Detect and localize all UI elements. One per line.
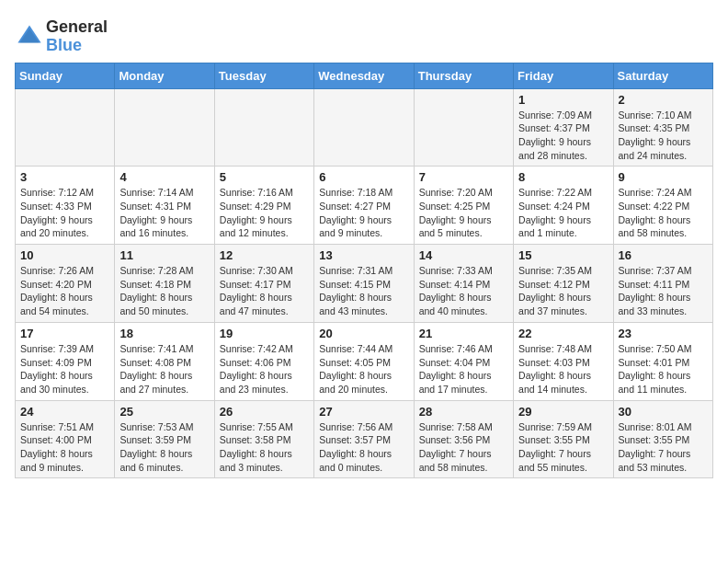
calendar-cell [214, 88, 313, 167]
day-number: 4 [119, 170, 209, 184]
day-number: 22 [518, 327, 608, 340]
day-info: Sunrise: 7:59 AM Sunset: 3:55 PM Dayligh… [518, 420, 608, 475]
day-number: 14 [419, 248, 508, 262]
calendar-cell: 1Sunrise: 7:09 AM Sunset: 4:37 PM Daylig… [514, 88, 613, 167]
day-number: 16 [619, 248, 708, 262]
calendar-cell: 4Sunrise: 7:14 AM Sunset: 4:31 PM Daylig… [115, 167, 214, 245]
day-number: 7 [419, 170, 508, 184]
day-number: 21 [419, 327, 508, 340]
day-info: Sunrise: 7:55 AM Sunset: 3:58 PM Dayligh… [220, 420, 309, 475]
day-info: Sunrise: 7:48 AM Sunset: 4:03 PM Dayligh… [518, 342, 608, 396]
col-header-saturday: Saturday [613, 63, 712, 88]
day-info: Sunrise: 7:50 AM Sunset: 4:01 PM Dayligh… [619, 342, 708, 396]
calendar-cell: 2Sunrise: 7:10 AM Sunset: 4:35 PM Daylig… [613, 88, 712, 167]
day-info: Sunrise: 7:28 AM Sunset: 4:18 PM Dayligh… [119, 264, 209, 318]
calendar-cell: 21Sunrise: 7:46 AM Sunset: 4:04 PM Dayli… [414, 322, 513, 400]
day-number: 28 [419, 405, 508, 419]
day-info: Sunrise: 7:46 AM Sunset: 4:04 PM Dayligh… [419, 342, 508, 396]
calendar-cell: 29Sunrise: 7:59 AM Sunset: 3:55 PM Dayli… [514, 400, 613, 478]
day-info: Sunrise: 7:58 AM Sunset: 3:56 PM Dayligh… [419, 420, 508, 475]
day-number: 6 [319, 170, 408, 184]
day-info: Sunrise: 7:56 AM Sunset: 3:57 PM Dayligh… [319, 420, 408, 475]
day-info: Sunrise: 7:12 AM Sunset: 4:33 PM Dayligh… [20, 186, 109, 240]
day-number: 18 [119, 327, 209, 340]
calendar-cell: 16Sunrise: 7:37 AM Sunset: 4:11 PM Dayli… [613, 245, 712, 323]
col-header-sunday: Sunday [16, 63, 115, 88]
day-info: Sunrise: 7:51 AM Sunset: 4:00 PM Dayligh… [20, 420, 109, 475]
day-number: 9 [619, 170, 708, 184]
col-header-monday: Monday [115, 63, 214, 88]
day-info: Sunrise: 7:09 AM Sunset: 4:37 PM Dayligh… [518, 109, 608, 163]
day-number: 30 [619, 405, 708, 419]
col-header-friday: Friday [514, 63, 613, 88]
day-info: Sunrise: 8:01 AM Sunset: 3:55 PM Dayligh… [619, 420, 708, 475]
day-number: 29 [518, 405, 608, 419]
day-info: Sunrise: 7:18 AM Sunset: 4:27 PM Dayligh… [319, 186, 408, 240]
col-header-tuesday: Tuesday [214, 63, 313, 88]
day-number: 3 [20, 170, 109, 184]
day-info: Sunrise: 7:10 AM Sunset: 4:35 PM Dayligh… [619, 109, 708, 163]
logo-text-blue: Blue [46, 37, 108, 55]
day-number: 24 [20, 405, 109, 419]
day-number: 10 [20, 248, 109, 262]
day-info: Sunrise: 7:30 AM Sunset: 4:17 PM Dayligh… [220, 264, 309, 318]
calendar-cell [16, 88, 115, 167]
calendar-cell: 26Sunrise: 7:55 AM Sunset: 3:58 PM Dayli… [214, 400, 313, 478]
calendar-cell: 28Sunrise: 7:58 AM Sunset: 3:56 PM Dayli… [414, 400, 513, 478]
calendar-cell: 27Sunrise: 7:56 AM Sunset: 3:57 PM Dayli… [314, 400, 414, 478]
calendar-cell: 14Sunrise: 7:33 AM Sunset: 4:14 PM Dayli… [414, 245, 513, 323]
calendar-cell: 25Sunrise: 7:53 AM Sunset: 3:59 PM Dayli… [115, 400, 214, 478]
calendar-cell: 5Sunrise: 7:16 AM Sunset: 4:29 PM Daylig… [214, 167, 313, 245]
day-info: Sunrise: 7:14 AM Sunset: 4:31 PM Dayligh… [119, 186, 209, 240]
calendar-cell: 6Sunrise: 7:18 AM Sunset: 4:27 PM Daylig… [314, 167, 414, 245]
logo: General Blue [15, 18, 108, 55]
day-info: Sunrise: 7:42 AM Sunset: 4:06 PM Dayligh… [220, 342, 309, 396]
day-number: 13 [319, 248, 408, 262]
calendar-cell: 11Sunrise: 7:28 AM Sunset: 4:18 PM Dayli… [115, 245, 214, 323]
day-info: Sunrise: 7:22 AM Sunset: 4:24 PM Dayligh… [518, 186, 608, 240]
calendar-cell: 3Sunrise: 7:12 AM Sunset: 4:33 PM Daylig… [16, 167, 115, 245]
calendar-cell: 10Sunrise: 7:26 AM Sunset: 4:20 PM Dayli… [16, 245, 115, 323]
col-header-wednesday: Wednesday [314, 63, 414, 88]
calendar-cell: 15Sunrise: 7:35 AM Sunset: 4:12 PM Dayli… [514, 245, 613, 323]
day-number: 17 [20, 327, 109, 340]
calendar-cell: 13Sunrise: 7:31 AM Sunset: 4:15 PM Dayli… [314, 245, 414, 323]
day-number: 5 [220, 170, 309, 184]
calendar-cell: 24Sunrise: 7:51 AM Sunset: 4:00 PM Dayli… [16, 400, 115, 478]
calendar-cell: 7Sunrise: 7:20 AM Sunset: 4:25 PM Daylig… [414, 167, 513, 245]
col-header-thursday: Thursday [414, 63, 513, 88]
day-number: 25 [119, 405, 209, 419]
day-info: Sunrise: 7:35 AM Sunset: 4:12 PM Dayligh… [518, 264, 608, 318]
calendar-cell [115, 88, 214, 167]
calendar-cell [314, 88, 414, 167]
day-info: Sunrise: 7:53 AM Sunset: 3:59 PM Dayligh… [119, 420, 209, 475]
calendar-cell: 20Sunrise: 7:44 AM Sunset: 4:05 PM Dayli… [314, 322, 414, 400]
day-number: 11 [119, 248, 209, 262]
calendar-cell: 22Sunrise: 7:48 AM Sunset: 4:03 PM Dayli… [514, 322, 613, 400]
day-info: Sunrise: 7:44 AM Sunset: 4:05 PM Dayligh… [319, 342, 408, 396]
day-info: Sunrise: 7:39 AM Sunset: 4:09 PM Dayligh… [20, 342, 109, 396]
calendar-cell: 12Sunrise: 7:30 AM Sunset: 4:17 PM Dayli… [214, 245, 313, 323]
calendar-cell: 30Sunrise: 8:01 AM Sunset: 3:55 PM Dayli… [613, 400, 712, 478]
day-number: 19 [220, 327, 309, 340]
day-number: 15 [518, 248, 608, 262]
calendar-cell: 23Sunrise: 7:50 AM Sunset: 4:01 PM Dayli… [613, 322, 712, 400]
day-info: Sunrise: 7:37 AM Sunset: 4:11 PM Dayligh… [619, 264, 708, 318]
day-info: Sunrise: 7:20 AM Sunset: 4:25 PM Dayligh… [419, 186, 508, 240]
day-info: Sunrise: 7:31 AM Sunset: 4:15 PM Dayligh… [319, 264, 408, 318]
calendar-cell: 8Sunrise: 7:22 AM Sunset: 4:24 PM Daylig… [514, 167, 613, 245]
calendar-cell [414, 88, 513, 167]
day-number: 8 [518, 170, 608, 184]
day-number: 1 [518, 93, 608, 107]
day-number: 26 [220, 405, 309, 419]
day-info: Sunrise: 7:41 AM Sunset: 4:08 PM Dayligh… [119, 342, 209, 396]
calendar-cell: 17Sunrise: 7:39 AM Sunset: 4:09 PM Dayli… [16, 322, 115, 400]
day-number: 20 [319, 327, 408, 340]
day-info: Sunrise: 7:24 AM Sunset: 4:22 PM Dayligh… [619, 186, 708, 240]
calendar-cell: 9Sunrise: 7:24 AM Sunset: 4:22 PM Daylig… [613, 167, 712, 245]
calendar-table: SundayMondayTuesdayWednesdayThursdayFrid… [15, 63, 713, 479]
day-number: 23 [619, 327, 708, 340]
day-number: 27 [319, 405, 408, 419]
day-info: Sunrise: 7:33 AM Sunset: 4:14 PM Dayligh… [419, 264, 508, 318]
logo-text-general: General [46, 18, 108, 37]
